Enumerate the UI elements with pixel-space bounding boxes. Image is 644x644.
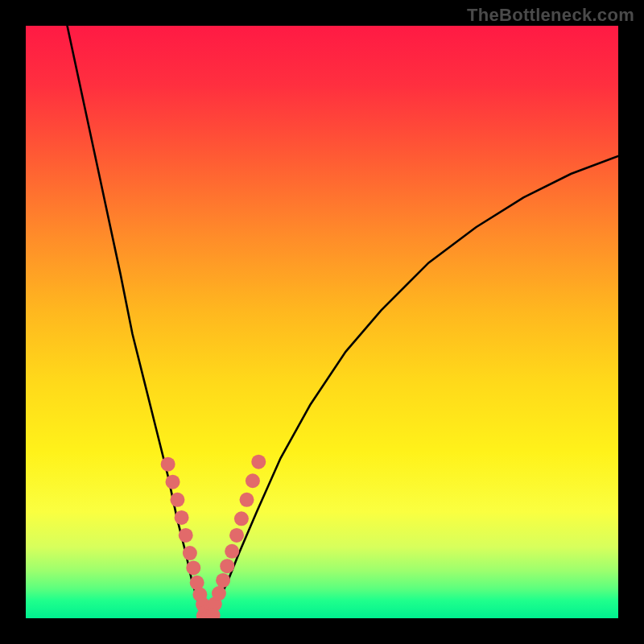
data-dot [225, 544, 239, 559]
chart-frame: TheBottleneck.com [0, 0, 644, 644]
plot-area [26, 26, 618, 618]
data-dot [183, 546, 197, 560]
curve-right [206, 156, 618, 618]
watermark-text: TheBottleneck.com [467, 5, 634, 26]
chart-svg [26, 26, 618, 618]
data-dot [212, 586, 226, 601]
data-dot [179, 528, 193, 543]
data-dot [220, 559, 234, 573]
data-dot [170, 493, 184, 507]
data-dot [175, 510, 189, 525]
data-dot [229, 528, 244, 543]
data-dot [234, 511, 249, 526]
data-dot [161, 457, 175, 472]
data-dot [216, 573, 230, 588]
curve-group [68, 26, 618, 618]
data-dot [186, 560, 200, 575]
data-dot [251, 455, 266, 469]
data-dot [166, 475, 180, 489]
data-dot [240, 493, 254, 507]
data-dots [161, 455, 266, 618]
data-dot [246, 473, 260, 488]
